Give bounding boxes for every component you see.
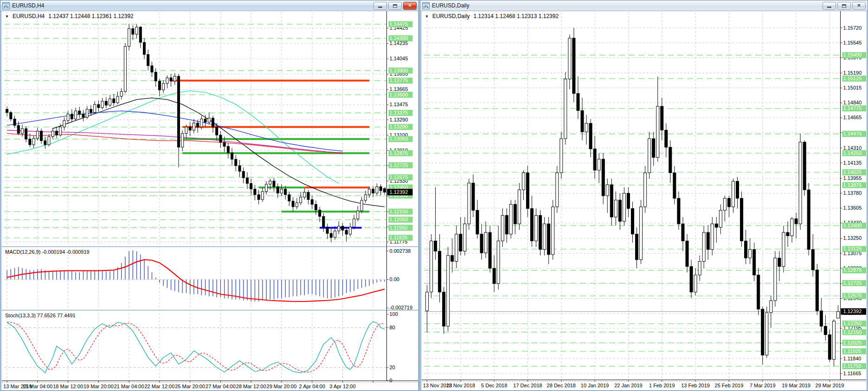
svg-text:10 Jan 2019: 10 Jan 2019: [581, 383, 609, 388]
svg-text:1.13605: 1.13605: [843, 205, 862, 211]
svg-text:1.11750: 1.11750: [843, 363, 862, 369]
svg-text:1.13600: 1.13600: [390, 92, 408, 97]
svg-text:1.14475: 1.14475: [390, 21, 408, 27]
chart-window-eurusd-h4[interactable]: EURUSD,H4 ✕ 0.0027380.00-0.0027191008020…: [0, 0, 419, 391]
svg-text:1.11665: 1.11665: [843, 371, 862, 376]
macd-histogram: [7, 250, 385, 301]
svg-text:1.12575: 1.12575: [390, 174, 408, 180]
svg-text:19 Mar 2019: 19 Mar 2019: [782, 383, 810, 388]
window-titlebar[interactable]: EURUSD,Daily ✕: [420, 0, 868, 11]
svg-text:1.15400: 1.15400: [843, 52, 862, 58]
svg-text:1.13375: 1.13375: [390, 110, 408, 115]
svg-text:1.15720: 1.15720: [843, 25, 862, 31]
svg-text:29 Mar 2019: 29 Mar 2019: [816, 383, 844, 388]
svg-text:1.15125: 1.15125: [843, 76, 862, 81]
svg-text:1.13290: 1.13290: [390, 117, 408, 122]
svg-text:22 Jan 2019: 22 Jan 2019: [614, 383, 643, 388]
svg-text:1.13125: 1.13125: [843, 246, 862, 251]
restore-button[interactable]: [388, 2, 402, 10]
svg-text:1.14135: 1.14135: [843, 160, 862, 166]
svg-text:28 Mar 12:00: 28 Mar 12:00: [236, 384, 266, 389]
time-axis: 13 Nov 201823 Nov 20185 Dec 201817 Dec 2…: [422, 380, 866, 388]
price-gridlines: [424, 28, 840, 373]
svg-text:1.11925: 1.11925: [843, 348, 862, 354]
stochastic-pane: 10080200: [4, 311, 398, 383]
svg-text:27 Mar 04:00: 27 Mar 04:00: [206, 384, 236, 389]
svg-text:1.11950: 1.11950: [390, 225, 408, 231]
svg-text:1.13665: 1.13665: [390, 86, 408, 92]
moving-averages: [7, 91, 385, 207]
svg-text:1.13200: 1.13200: [390, 124, 408, 129]
svg-text:5 Dec 2018: 5 Dec 2018: [481, 383, 507, 388]
chart-canvas-h4[interactable]: 0.0027380.00-0.002719100802001.144251.14…: [2, 11, 418, 390]
svg-text:1.13900: 1.13900: [390, 68, 408, 73]
svg-text:1.13780: 1.13780: [843, 190, 862, 196]
svg-text:25 Mar 20:00: 25 Mar 20:00: [175, 384, 205, 389]
svg-text:1.14235: 1.14235: [390, 40, 408, 46]
svg-text:13 Feb 2019: 13 Feb 2019: [681, 383, 710, 388]
svg-text:2 Apr 04:00: 2 Apr 04:00: [299, 384, 325, 389]
restore-button[interactable]: [837, 2, 851, 10]
svg-text:1.12025: 1.12025: [843, 340, 862, 346]
chart-icon: [2, 2, 10, 9]
svg-text:80: 80: [390, 325, 395, 330]
svg-text:21 Mar 04:00: 21 Mar 04:00: [114, 384, 144, 389]
svg-text:19 Mar 20:00: 19 Mar 20:00: [84, 384, 114, 389]
svg-text:1.13250: 1.13250: [843, 235, 862, 241]
svg-text:1.14300: 1.14300: [390, 35, 408, 41]
svg-text:1.12725: 1.12725: [390, 162, 408, 168]
svg-text:1.14665: 1.14665: [843, 115, 862, 120]
price-axis: 1.144251.142351.140451.138551.136651.134…: [387, 21, 413, 244]
macd-signal-line: [7, 260, 385, 301]
svg-text:1.14025: 1.14025: [843, 169, 862, 175]
svg-text:1.12875: 1.12875: [390, 150, 408, 156]
chart-canvas-daily[interactable]: 1.157201.155451.153701.151901.150151.148…: [422, 11, 866, 390]
svg-text:1.15545: 1.15545: [843, 40, 862, 45]
stoch-axis: 10080200: [387, 311, 398, 383]
window-titlebar[interactable]: EURUSD,H4 ✕: [0, 0, 418, 11]
svg-text:1.14045: 1.14045: [390, 56, 408, 61]
svg-text:1.13955: 1.13955: [843, 175, 862, 181]
svg-text:1.12150: 1.12150: [843, 329, 862, 335]
minimize-button[interactable]: [823, 2, 836, 10]
svg-text:22 Mar 12:00: 22 Mar 12:00: [144, 384, 174, 389]
svg-text:1.12392: 1.12392: [843, 308, 862, 314]
object-level-lines: [171, 81, 369, 228]
window-title: EURUSD,Daily: [432, 2, 469, 9]
svg-text:20: 20: [390, 365, 395, 370]
svg-text:1.11825: 1.11825: [390, 235, 408, 240]
svg-text:17 Dec 2018: 17 Dec 2018: [513, 383, 542, 388]
svg-text:25 Feb 2019: 25 Feb 2019: [715, 383, 744, 388]
svg-text:-0.002719: -0.002719: [390, 305, 413, 310]
svg-text:1.12392: 1.12392: [390, 189, 408, 195]
minimize-button[interactable]: [373, 2, 387, 10]
svg-text:1 Feb 2019: 1 Feb 2019: [649, 383, 675, 388]
svg-text:1.12050: 1.12050: [390, 217, 408, 222]
svg-text:29 Mar 20:00: 29 Mar 20:00: [267, 384, 297, 389]
svg-text:1.14775: 1.14775: [843, 105, 862, 111]
macd-axis: 0.0027380.00-0.002719: [387, 248, 413, 311]
price-axis: 1.157201.155451.153701.151901.150151.148…: [841, 25, 867, 376]
svg-text:1.12725: 1.12725: [843, 280, 862, 286]
svg-text:28 Dec 2018: 28 Dec 2018: [547, 383, 576, 388]
svg-text:1.11840: 1.11840: [843, 356, 862, 361]
svg-text:1.13400: 1.13400: [843, 223, 862, 228]
close-button[interactable]: ✕: [403, 2, 417, 10]
svg-text:3 Apr 12:00: 3 Apr 12:00: [329, 384, 355, 389]
pane-separator: [2, 310, 418, 311]
svg-text:1.12575: 1.12575: [843, 293, 862, 298]
chart-window-eurusd-daily[interactable]: EURUSD,Daily ✕ 1.157201.155451.153701.15…: [420, 0, 868, 391]
stoch-d-line: [7, 322, 385, 372]
chart-icon: [422, 2, 430, 9]
svg-text:1.14475: 1.14475: [843, 131, 862, 136]
svg-text:0.002738: 0.002738: [390, 248, 411, 254]
svg-text:1.13475: 1.13475: [390, 102, 408, 107]
svg-text:1.13875: 1.13875: [843, 182, 862, 188]
svg-text:18 Mar 12:00: 18 Mar 12:00: [53, 384, 83, 389]
svg-text:100: 100: [390, 311, 398, 317]
vertical-gridlines: [7, 13, 373, 381]
svg-text:23 Nov 2018: 23 Nov 2018: [446, 383, 475, 388]
svg-text:0.00: 0.00: [390, 276, 399, 282]
svg-text:1.12150: 1.12150: [390, 209, 408, 214]
close-button[interactable]: ✕: [852, 2, 866, 10]
